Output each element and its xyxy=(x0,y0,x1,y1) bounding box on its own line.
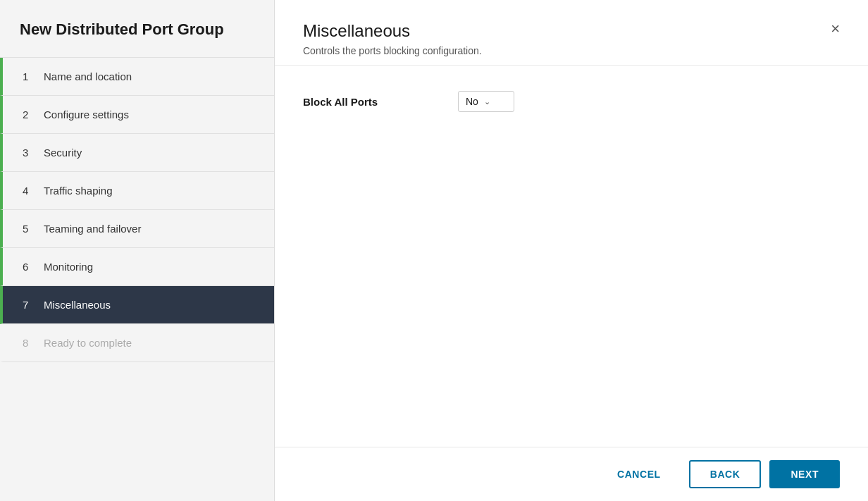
sidebar-step-2[interactable]: 2Configure settings xyxy=(0,96,274,134)
sidebar-step-8: 8Ready to complete xyxy=(0,324,274,362)
block-all-ports-select[interactable]: No ⌄ xyxy=(458,91,514,112)
page-title: Miscellaneous xyxy=(303,21,482,41)
sidebar-step-1[interactable]: 1Name and location xyxy=(0,58,274,96)
step-number-6: 6 xyxy=(23,261,34,273)
main-header: Miscellaneous Controls the ports blockin… xyxy=(275,0,868,66)
step-number-7: 7 xyxy=(23,299,34,311)
step-label-5: Teaming and failover xyxy=(44,223,141,235)
sidebar-step-4[interactable]: 4Traffic shaping xyxy=(0,172,274,210)
back-button[interactable]: BACK xyxy=(689,460,762,488)
step-label-3: Security xyxy=(44,147,82,159)
step-label-1: Name and location xyxy=(44,70,132,82)
sidebar-step-6[interactable]: 6Monitoring xyxy=(0,248,274,286)
step-number-2: 2 xyxy=(23,109,34,120)
chevron-down-icon: ⌄ xyxy=(484,97,490,106)
sidebar-step-7[interactable]: 7Miscellaneous xyxy=(0,286,274,324)
step-number-3: 3 xyxy=(23,147,34,159)
sidebar: New Distributed Port Group 1Name and loc… xyxy=(0,0,275,501)
step-label-4: Traffic shaping xyxy=(44,185,113,197)
sidebar-steps: 1Name and location2Configure settings3Se… xyxy=(0,58,274,501)
sidebar-title: New Distributed Port Group xyxy=(0,0,274,58)
step-number-4: 4 xyxy=(23,185,34,197)
step-number-5: 5 xyxy=(23,223,34,235)
main-panel: Miscellaneous Controls the ports blockin… xyxy=(275,0,868,501)
block-all-ports-row: Block All Ports No ⌄ xyxy=(303,91,840,112)
close-button[interactable]: × xyxy=(831,21,840,37)
step-number-8: 8 xyxy=(23,337,34,349)
page-subtitle: Controls the ports blocking configuratio… xyxy=(303,45,482,56)
block-all-ports-label: Block All Ports xyxy=(303,96,458,108)
main-footer: CANCEL BACK NEXT xyxy=(275,447,868,501)
next-button[interactable]: NEXT xyxy=(769,460,840,488)
step-number-1: 1 xyxy=(23,70,34,82)
sidebar-step-5[interactable]: 5Teaming and failover xyxy=(0,210,274,248)
step-label-7: Miscellaneous xyxy=(44,299,111,311)
step-label-2: Configure settings xyxy=(44,109,129,120)
block-all-ports-value: No xyxy=(466,96,478,107)
step-label-8: Ready to complete xyxy=(44,337,132,349)
cancel-button[interactable]: CANCEL xyxy=(597,462,681,487)
main-body: Block All Ports No ⌄ xyxy=(275,66,868,447)
sidebar-step-3[interactable]: 3Security xyxy=(0,134,274,172)
step-label-6: Monitoring xyxy=(44,261,93,273)
